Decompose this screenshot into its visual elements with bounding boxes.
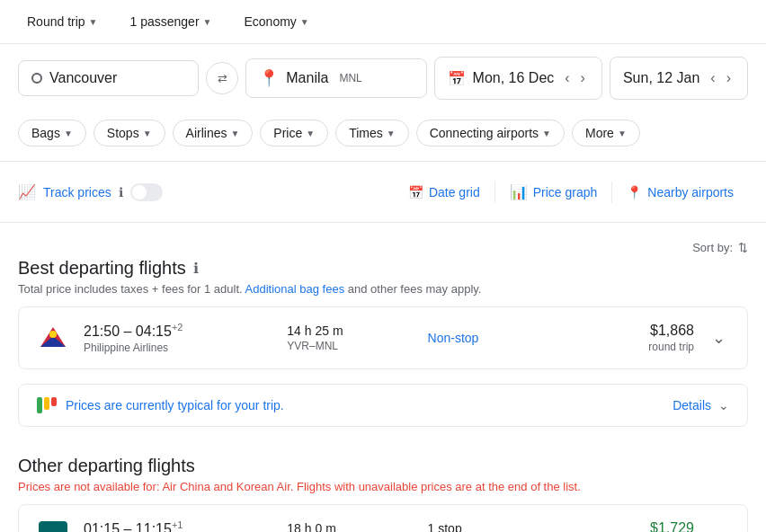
price-graph-label: Price graph: [533, 185, 598, 200]
date-grid-label: Date grid: [429, 185, 480, 200]
depart-time: 21:50: [84, 324, 120, 339]
flight-airline: Philippine Airlines: [84, 341, 272, 354]
track-prices-toggle[interactable]: [130, 183, 163, 201]
arrive-offset: +2: [172, 322, 183, 332]
expand-flight-button[interactable]: ⌄: [708, 324, 729, 351]
track-prices-label[interactable]: Track prices: [43, 185, 111, 200]
section-divider: [0, 222, 766, 223]
return-date-nav: ‹ ›: [707, 66, 735, 90]
passengers-label: 1 passenger: [130, 14, 200, 29]
bags-filter[interactable]: Bags ▼: [18, 120, 86, 146]
best-info-icon[interactable]: ℹ: [193, 260, 199, 277]
sort-icon[interactable]: ⇅: [738, 241, 748, 254]
return-prev-button[interactable]: ‹: [707, 66, 718, 90]
stops-filter[interactable]: Stops ▼: [94, 120, 165, 146]
top-bar: Round trip ▼ 1 passenger ▼ Economy ▼: [0, 0, 766, 44]
trip-type-button[interactable]: Round trip ▼: [18, 9, 107, 34]
pal-logo-svg: [37, 322, 69, 354]
stops-chevron: ▼: [143, 129, 152, 138]
times-label: Times: [349, 126, 383, 140]
class-button[interactable]: Economy ▼: [235, 9, 317, 34]
price-label-text: round trip: [568, 341, 694, 353]
flight-time-value-1: 01:15 – 11:15+1: [84, 519, 272, 532]
time-dash-1: –: [124, 522, 136, 532]
arrive-offset-1: +1: [172, 519, 183, 530]
stops-value-1: 1 stop: [428, 521, 554, 532]
date-grid-button[interactable]: 📅 Date grid: [394, 178, 494, 207]
expand-button-1[interactable]: ⌄: [708, 522, 729, 532]
price-graph-button[interactable]: 📊 Price graph: [495, 176, 612, 208]
price-graph-icon: 📊: [510, 183, 528, 200]
arrive-time: 04:15: [136, 324, 172, 339]
times-chevron: ▼: [387, 129, 396, 138]
price-chevron: ▼: [306, 129, 315, 138]
nearby-airports-button[interactable]: 📍 Nearby airports: [612, 178, 748, 207]
duration-time: 14 h 25 m: [287, 324, 413, 338]
banner-after: for your trip.: [213, 398, 284, 412]
time-dash: –: [124, 324, 136, 339]
calendar-icon: 📅: [448, 70, 466, 87]
flight-times: 21:50 – 04:15+2 Philippine Airlines: [84, 322, 272, 354]
return-date-field[interactable]: Sun, 12 Jan ‹ ›: [610, 57, 748, 100]
price-indicator-bars: [37, 397, 57, 413]
subtitle-post: and other fees may apply.: [348, 282, 482, 296]
other-section-title: Other departing flights: [18, 456, 748, 476]
airlines-filter[interactable]: Airlines ▼: [173, 120, 254, 146]
trip-type-label: Round trip: [27, 14, 85, 29]
filter-bar: Bags ▼ Stops ▼ Airlines ▼ Price ▼ Times …: [0, 112, 766, 157]
dest-code: MNL: [339, 72, 361, 84]
airlines-chevron: ▼: [230, 129, 239, 138]
best-flight-row[interactable]: 21:50 – 04:15+2 Philippine Airlines 14 h…: [18, 306, 748, 369]
dest-field[interactable]: 📍 Manila MNL: [245, 58, 426, 98]
connecting-chevron: ▼: [542, 129, 551, 138]
details-button[interactable]: Details: [672, 398, 711, 412]
airlines-label: Airlines: [186, 126, 227, 140]
more-label: More: [585, 126, 614, 140]
flight-times-1: 01:15 – 11:15+1 Cathay Pacific · Cathay …: [84, 519, 272, 532]
passengers-chevron: ▼: [203, 17, 212, 27]
banner-pre: Prices are currently: [66, 398, 177, 412]
origin-field[interactable]: Vancouver: [18, 60, 199, 96]
flight-price-1: $1,729 round trip: [568, 520, 694, 532]
sort-row: Sort by: ⇅: [18, 241, 748, 254]
dest-value: Manila: [286, 70, 328, 86]
class-label: Economy: [244, 14, 296, 29]
track-prices-icon: 📈: [18, 183, 36, 200]
depart-next-button[interactable]: ›: [577, 66, 589, 90]
more-filter[interactable]: More ▼: [572, 120, 640, 146]
more-chevron: ▼: [618, 129, 627, 138]
subtitle-pre: Total price includes taxes + fees for 1 …: [18, 282, 243, 296]
additional-bag-fees-link[interactable]: Additional bag fees: [245, 282, 345, 296]
depart-date-field[interactable]: 📅 Mon, 16 Dec ‹ ›: [434, 57, 602, 100]
bags-chevron: ▼: [64, 129, 73, 138]
depart-prev-button[interactable]: ‹: [561, 66, 573, 90]
svg-rect-4: [39, 521, 67, 532]
origin-value: Vancouver: [49, 70, 117, 86]
date-grid-icon: 📅: [408, 185, 423, 200]
return-next-button[interactable]: ›: [723, 66, 735, 90]
sort-label: Sort by:: [692, 241, 733, 254]
connecting-filter[interactable]: Connecting airports ▼: [416, 120, 565, 146]
duration-route: YVR–MNL: [287, 340, 413, 352]
class-chevron: ▼: [300, 17, 309, 27]
times-filter[interactable]: Times ▼: [335, 120, 409, 146]
bags-label: Bags: [31, 126, 60, 140]
swap-icon: ⇄: [218, 72, 227, 85]
price-filter[interactable]: Price ▼: [260, 120, 328, 146]
typical-price-banner: Prices are currently typical for your tr…: [18, 384, 748, 427]
track-prices-row: 📈 Track prices ℹ 📅 Date grid 📊 Price gra…: [0, 165, 766, 218]
other-flight-row-1[interactable]: CX 01:15 – 11:15+1 Cathay Pacific · Cath…: [18, 504, 748, 532]
dest-pin-icon: 📍: [259, 68, 279, 88]
flight-stops-1: 1 stop 1 h 50 m HKG: [428, 521, 554, 532]
duration-time-1: 18 h 0 m: [287, 521, 413, 532]
swap-button[interactable]: ⇄: [206, 62, 238, 94]
passengers-button[interactable]: 1 passenger ▼: [121, 9, 221, 34]
best-flights-section: Sort by: ⇅ Best departing flights ℹ Tota…: [0, 226, 766, 384]
track-info-icon[interactable]: ℹ: [119, 185, 123, 200]
stops-label: Stops: [107, 126, 139, 140]
other-section-subtitle: Prices are not available for: Air China …: [18, 480, 748, 493]
track-left: 📈 Track prices ℹ: [18, 183, 163, 201]
banner-chevron[interactable]: ⌄: [718, 398, 729, 412]
nearby-airports-icon: 📍: [627, 185, 642, 200]
banner-right: Details ⌄: [672, 398, 729, 412]
